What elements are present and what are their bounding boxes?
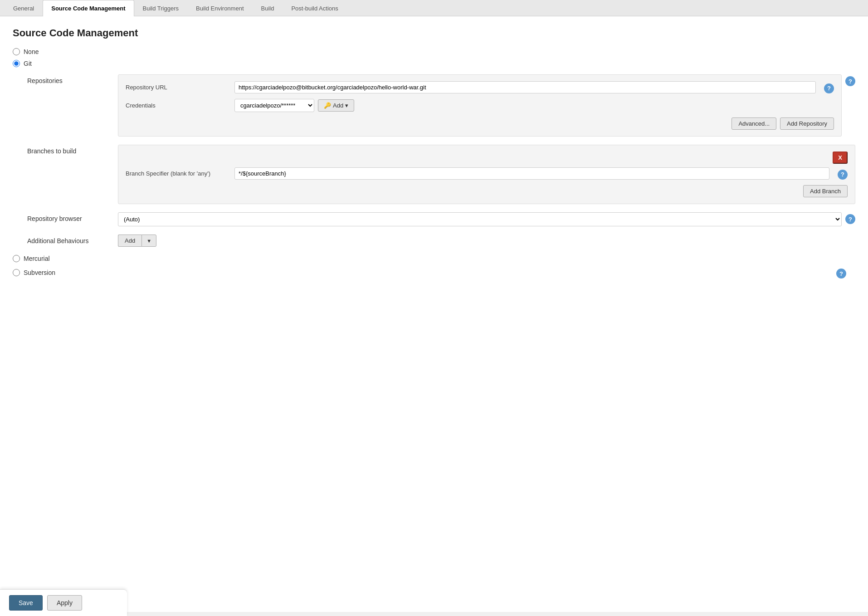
- add-behaviour-button-group: Add ▼: [118, 235, 156, 247]
- branches-header: X: [126, 152, 848, 164]
- add-behaviour-caret-button[interactable]: ▼: [141, 235, 156, 247]
- radio-git-label: Git: [24, 60, 32, 67]
- repo-url-row: Repository URL ?: [126, 81, 834, 93]
- additional-behaviours-label: Additional Behaviours: [27, 235, 118, 244]
- add-credentials-caret: ▾: [345, 102, 348, 109]
- repo-browser-row: Repository browser (Auto) ?: [27, 212, 855, 226]
- tab-build-triggers[interactable]: Build Triggers: [134, 0, 187, 16]
- add-repository-button[interactable]: Add Repository: [780, 117, 834, 130]
- save-button[interactable]: Save: [9, 595, 43, 611]
- credentials-controls: cgarciadelpozo/****** 🔑 Add ▾: [234, 99, 354, 112]
- branch-specifier-row: Branch Specifier (blank for 'any') ?: [126, 167, 848, 180]
- git-section: Repositories Repository URL ? Credential…: [13, 74, 855, 247]
- add-branch-button[interactable]: Add Branch: [803, 185, 848, 197]
- repo-url-input[interactable]: [234, 81, 816, 93]
- repo-url-help-icon[interactable]: ?: [824, 83, 834, 93]
- scm-radio-group: None Git: [13, 48, 855, 67]
- credentials-select[interactable]: cgarciadelpozo/******: [234, 99, 314, 112]
- repo-buttons: Advanced... Add Repository: [126, 117, 834, 130]
- tab-scm[interactable]: Source Code Management: [43, 0, 134, 16]
- repositories-content: Repository URL ? Credentials cgarciadelp…: [118, 74, 842, 137]
- branch-specifier-help-icon[interactable]: ?: [838, 170, 848, 180]
- branches-row: Branches to build X Branch Specifier (bl…: [27, 145, 855, 204]
- radio-git[interactable]: [13, 60, 20, 67]
- repo-browser-content: (Auto): [118, 212, 842, 226]
- apply-button[interactable]: Apply: [47, 595, 82, 611]
- radio-none-label: None: [24, 48, 39, 55]
- advanced-button[interactable]: Advanced...: [731, 117, 776, 130]
- page-title: Source Code Management: [13, 27, 855, 39]
- tab-build[interactable]: Build: [253, 0, 283, 16]
- branches-label: Branches to build: [27, 145, 118, 155]
- radio-subversion[interactable]: [13, 269, 20, 276]
- tab-general[interactable]: General: [5, 0, 43, 16]
- repo-url-label: Repository URL: [126, 84, 230, 91]
- branches-content: X Branch Specifier (blank for 'any') ? A…: [118, 145, 855, 204]
- additional-behaviours-row: Additional Behaviours Add ▼: [27, 235, 855, 247]
- radio-subversion-option[interactable]: Subversion ?: [13, 267, 855, 279]
- save-bar: Save Apply: [0, 589, 127, 612]
- tab-build-environment[interactable]: Build Environment: [187, 0, 253, 16]
- add-credentials-label: Add: [333, 102, 343, 109]
- radio-none-option[interactable]: None: [13, 48, 855, 55]
- radio-mercurial-label: Mercurial: [24, 255, 50, 262]
- radio-none[interactable]: [13, 48, 20, 55]
- subversion-help-icon[interactable]: ?: [836, 269, 846, 279]
- bottom-scm-options: Mercurial Subversion ?: [13, 255, 855, 279]
- add-credentials-button[interactable]: 🔑 Add ▾: [318, 99, 354, 112]
- radio-mercurial-option[interactable]: Mercurial: [13, 255, 855, 262]
- branch-specifier-label: Branch Specifier (blank for 'any'): [126, 170, 230, 177]
- credentials-label: Credentials: [126, 102, 230, 109]
- branch-buttons: Add Branch: [126, 185, 848, 197]
- radio-subversion-label: Subversion: [24, 269, 55, 276]
- add-behaviour-button[interactable]: Add: [118, 235, 141, 247]
- repositories-row: Repositories Repository URL ? Credential…: [27, 74, 855, 137]
- repositories-label: Repositories: [27, 74, 118, 84]
- tabs-bar: General Source Code Management Build Tri…: [0, 0, 868, 16]
- credentials-row: Credentials cgarciadelpozo/****** 🔑 Add …: [126, 99, 834, 112]
- additional-behaviours-content: Add ▼: [118, 235, 156, 247]
- branch-specifier-input[interactable]: [234, 167, 829, 180]
- radio-mercurial[interactable]: [13, 255, 20, 262]
- main-content: Source Code Management None Git Reposito…: [0, 16, 868, 612]
- repositories-help-icon[interactable]: ?: [845, 76, 855, 86]
- tab-post-build[interactable]: Post-build Actions: [283, 0, 346, 16]
- repo-browser-select[interactable]: (Auto): [118, 212, 842, 226]
- key-icon: 🔑: [324, 102, 331, 109]
- repo-browser-help-icon[interactable]: ?: [845, 214, 855, 224]
- radio-git-option[interactable]: Git: [13, 60, 855, 67]
- repo-browser-label: Repository browser: [27, 212, 118, 222]
- delete-branch-button[interactable]: X: [833, 152, 848, 164]
